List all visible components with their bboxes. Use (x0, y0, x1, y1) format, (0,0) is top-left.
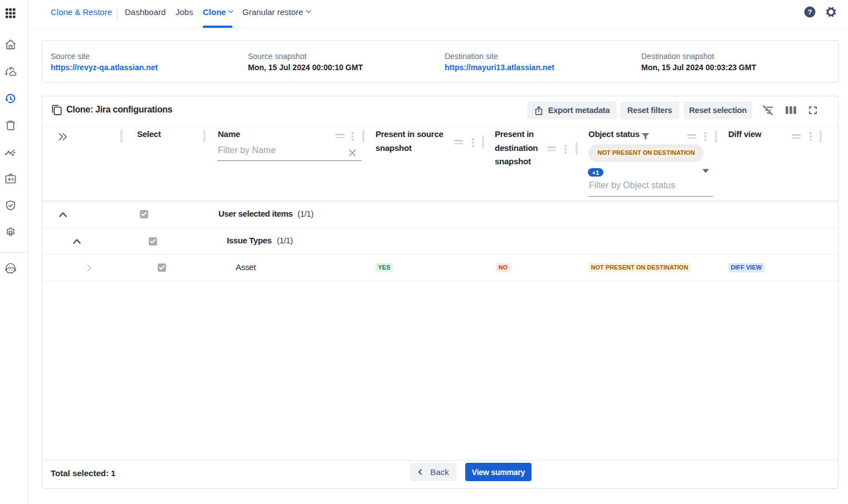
svg-text:?: ? (808, 8, 812, 16)
